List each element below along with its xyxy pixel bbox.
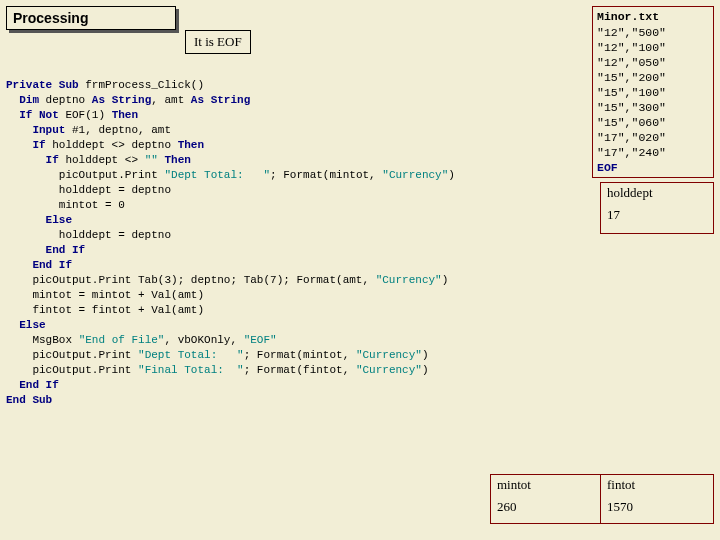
file-box: Minor.txt "12","500" "12","100" "12","05… xyxy=(592,6,714,178)
str: "EOF" xyxy=(244,334,277,346)
txt: #1, deptno, amt xyxy=(65,124,171,136)
holddept-value: 17 xyxy=(607,207,707,223)
txt: MsgBox xyxy=(6,334,79,346)
kw: Input xyxy=(6,124,65,136)
kw: If Not xyxy=(6,109,59,121)
file-name: Minor.txt xyxy=(597,9,709,24)
kw: As String xyxy=(191,94,250,106)
txt: ; Format(mintot, xyxy=(270,169,382,181)
kw: End If xyxy=(6,244,85,256)
file-row: "17","020" xyxy=(597,130,709,145)
kw: If xyxy=(6,139,46,151)
txt: ) xyxy=(448,169,455,181)
txt: holddept <> xyxy=(59,154,145,166)
kw: Else xyxy=(6,214,72,226)
file-row: "12","500" xyxy=(597,25,709,40)
mintot-value: 260 xyxy=(497,499,597,515)
holddept-label: holddept xyxy=(607,185,707,201)
holddept-box: holddept 17 xyxy=(600,182,714,234)
txt: fintot = fintot + Val(amt) xyxy=(6,304,204,316)
title-box: Processing xyxy=(6,6,176,30)
txt: ; Format(fintot, xyxy=(244,364,356,376)
txt: picOutput.Print Tab(3); deptno; Tab(7); … xyxy=(6,274,376,286)
kw: End If xyxy=(6,379,59,391)
eof-note: It is EOF xyxy=(194,34,242,49)
txt: mintot = mintot + Val(amt) xyxy=(6,289,204,301)
page-title: Processing xyxy=(13,10,88,26)
file-eof: EOF xyxy=(597,160,709,175)
txt: , vbOKOnly, xyxy=(164,334,243,346)
txt: holddept <> deptno xyxy=(46,139,178,151)
str: "Dept Total: " xyxy=(138,349,244,361)
file-row: "17","240" xyxy=(597,145,709,160)
txt: holddept = deptno xyxy=(6,229,171,241)
kw: Dim xyxy=(6,94,39,106)
txt: EOF(1) xyxy=(59,109,112,121)
txt: ) xyxy=(422,364,429,376)
kw: Then xyxy=(178,139,204,151)
fintot-label: fintot xyxy=(607,477,707,493)
txt: ) xyxy=(422,349,429,361)
kw: If xyxy=(6,154,59,166)
txt: deptno xyxy=(39,94,92,106)
txt: picOutput.Print xyxy=(6,364,138,376)
file-row: "12","050" xyxy=(597,55,709,70)
txt: ) xyxy=(442,274,449,286)
mintot-label: mintot xyxy=(497,477,597,493)
file-row: "15","060" xyxy=(597,115,709,130)
str: "Final Total: " xyxy=(138,364,244,376)
kw: Else xyxy=(6,319,46,331)
txt: mintot = 0 xyxy=(6,199,125,211)
txt: frmProcess_Click() xyxy=(79,79,204,91)
kw: As String xyxy=(92,94,151,106)
code-listing: Private Sub frmProcess_Click() Dim deptn… xyxy=(6,78,455,408)
mintot-box: mintot 260 xyxy=(490,474,604,524)
kw: End Sub xyxy=(6,394,52,406)
txt: picOutput.Print xyxy=(6,169,164,181)
txt: ; Format(mintot, xyxy=(244,349,356,361)
fintot-value: 1570 xyxy=(607,499,707,515)
file-row: "15","100" xyxy=(597,85,709,100)
kw: Private Sub xyxy=(6,79,79,91)
str: "End of File" xyxy=(79,334,165,346)
eof-note-box: It is EOF xyxy=(185,30,251,54)
file-row: "15","200" xyxy=(597,70,709,85)
str: "Currency" xyxy=(376,274,442,286)
kw: Then xyxy=(164,154,190,166)
kw: Then xyxy=(112,109,138,121)
txt: picOutput.Print xyxy=(6,349,138,361)
file-row: "15","300" xyxy=(597,100,709,115)
fintot-box: fintot 1570 xyxy=(600,474,714,524)
kw: End If xyxy=(6,259,72,271)
str: "Currency" xyxy=(382,169,448,181)
str: "Currency" xyxy=(356,364,422,376)
txt: holddept = deptno xyxy=(6,184,171,196)
str: "Dept Total: " xyxy=(164,169,270,181)
file-row: "12","100" xyxy=(597,40,709,55)
str: "" xyxy=(145,154,158,166)
txt: , amt xyxy=(151,94,191,106)
str: "Currency" xyxy=(356,349,422,361)
